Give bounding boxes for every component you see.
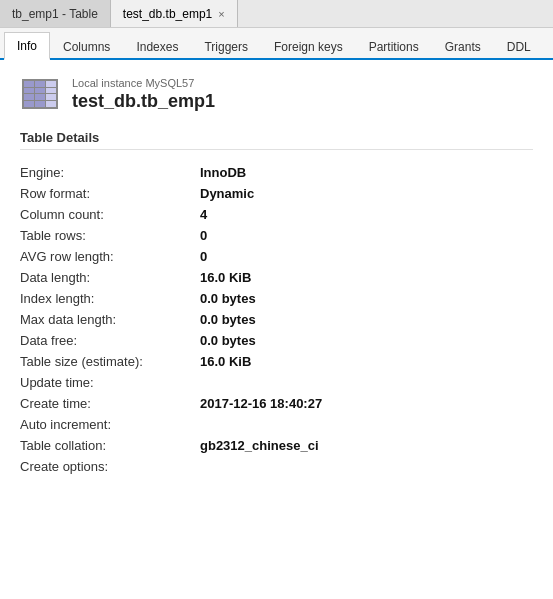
detail-label: Index length: <box>20 288 200 309</box>
nav-tab-triggers[interactable]: Triggers <box>191 32 261 60</box>
detail-row: Table size (estimate):16.0 KiB <box>20 351 533 372</box>
detail-row: Index length:0.0 bytes <box>20 288 533 309</box>
table-name: test_db.tb_emp1 <box>72 91 215 112</box>
nav-tabs: InfoColumnsIndexesTriggersForeign keysPa… <box>0 28 553 60</box>
detail-label: Table rows: <box>20 225 200 246</box>
detail-row: Update time: <box>20 372 533 393</box>
nav-tab-columns[interactable]: Columns <box>50 32 123 60</box>
detail-label: Row format: <box>20 183 200 204</box>
detail-label: Auto increment: <box>20 414 200 435</box>
detail-label: Data length: <box>20 267 200 288</box>
detail-value: 0 <box>200 246 533 267</box>
title-tab-2[interactable]: test_db.tb_emp1 × <box>111 0 238 27</box>
detail-label: Update time: <box>20 372 200 393</box>
detail-value <box>200 372 533 393</box>
table-header-text: Local instance MySQL57 test_db.tb_emp1 <box>72 77 215 112</box>
detail-row: Table rows:0 <box>20 225 533 246</box>
detail-label: Max data length: <box>20 309 200 330</box>
nav-tab-partitions[interactable]: Partitions <box>356 32 432 60</box>
nav-tab-info[interactable]: Info <box>4 32 50 60</box>
detail-value: 16.0 KiB <box>200 351 533 372</box>
detail-row: Table collation:gb2312_chinese_ci <box>20 435 533 456</box>
detail-value <box>200 456 533 477</box>
detail-value: 0.0 bytes <box>200 330 533 351</box>
detail-value: 2017-12-16 18:40:27 <box>200 393 533 414</box>
close-icon[interactable]: × <box>218 8 224 20</box>
detail-row: Engine:InnoDB <box>20 162 533 183</box>
nav-tab-foreign-keys[interactable]: Foreign keys <box>261 32 356 60</box>
detail-value: 4 <box>200 204 533 225</box>
detail-value <box>200 414 533 435</box>
nav-tab-ddl[interactable]: DDL <box>494 32 544 60</box>
detail-label: Table size (estimate): <box>20 351 200 372</box>
detail-value: 16.0 KiB <box>200 267 533 288</box>
instance-label: Local instance MySQL57 <box>72 77 215 89</box>
detail-row: Column count:4 <box>20 204 533 225</box>
detail-label: Table collation: <box>20 435 200 456</box>
detail-value: gb2312_chinese_ci <box>200 435 533 456</box>
detail-value: 0.0 bytes <box>200 288 533 309</box>
detail-row: Max data length:0.0 bytes <box>20 309 533 330</box>
table-icon <box>20 76 60 112</box>
detail-row: AVG row length:0 <box>20 246 533 267</box>
title-tab-1[interactable]: tb_emp1 - Table <box>0 0 111 27</box>
section-title: Table Details <box>20 130 533 150</box>
detail-row: Data free:0.0 bytes <box>20 330 533 351</box>
detail-row: Create time:2017-12-16 18:40:27 <box>20 393 533 414</box>
detail-label: Column count: <box>20 204 200 225</box>
detail-row: Data length:16.0 KiB <box>20 267 533 288</box>
detail-label: Create time: <box>20 393 200 414</box>
detail-row: Auto increment: <box>20 414 533 435</box>
nav-tab-grants[interactable]: Grants <box>432 32 494 60</box>
table-header: Local instance MySQL57 test_db.tb_emp1 <box>20 76 533 112</box>
title-tab-2-label: test_db.tb_emp1 <box>123 7 212 21</box>
detail-label: AVG row length: <box>20 246 200 267</box>
detail-value: 0 <box>200 225 533 246</box>
details-table: Engine:InnoDBRow format:DynamicColumn co… <box>20 162 533 477</box>
detail-label: Engine: <box>20 162 200 183</box>
detail-label: Data free: <box>20 330 200 351</box>
detail-value: Dynamic <box>200 183 533 204</box>
detail-row: Create options: <box>20 456 533 477</box>
detail-value: 0.0 bytes <box>200 309 533 330</box>
title-bar: tb_emp1 - Table test_db.tb_emp1 × <box>0 0 553 28</box>
detail-value: InnoDB <box>200 162 533 183</box>
nav-tab-indexes[interactable]: Indexes <box>123 32 191 60</box>
content-area: Local instance MySQL57 test_db.tb_emp1 T… <box>0 60 553 599</box>
detail-label: Create options: <box>20 456 200 477</box>
title-tab-1-label: tb_emp1 - Table <box>12 7 98 21</box>
detail-row: Row format:Dynamic <box>20 183 533 204</box>
